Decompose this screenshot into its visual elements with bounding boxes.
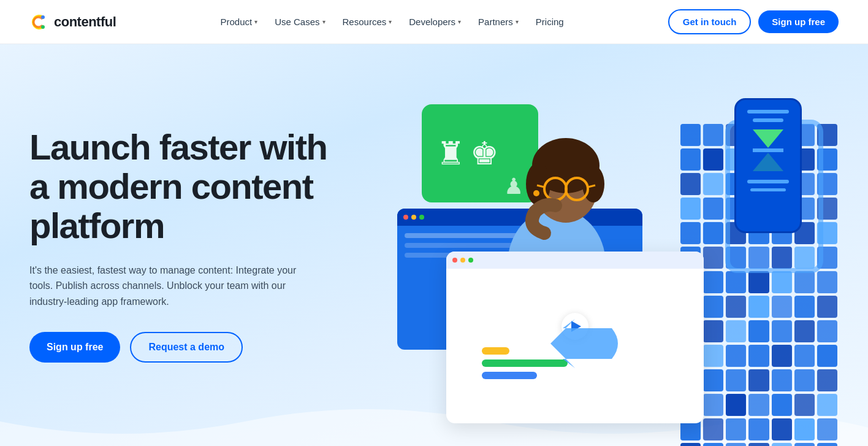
hero-buttons: Sign up free Request a demo — [29, 332, 348, 363]
hero-illustration: ♜ ♚ ♟ — [373, 86, 839, 442]
logo-text: contentful — [54, 14, 116, 30]
nav-item-developers[interactable]: Developers ▾ — [402, 12, 468, 32]
window-dot-red — [403, 215, 408, 220]
window-dot-red-2 — [452, 258, 457, 263]
arrow-icon — [544, 319, 618, 371]
chess-rook-icon: ♜ — [436, 137, 465, 169]
chevron-down-icon: ▾ — [254, 18, 257, 25]
contentful-logo-icon — [29, 12, 49, 32]
logo[interactable]: contentful — [29, 12, 116, 32]
phone-line-1 — [747, 110, 788, 113]
window-dot-green — [419, 215, 424, 220]
nav-item-partners[interactable]: Partners ▾ — [471, 12, 526, 32]
chevron-down-icon: ▾ — [516, 18, 519, 25]
get-in-touch-button[interactable]: Get in touch — [668, 9, 752, 34]
sign-up-button[interactable]: Sign up free — [758, 10, 839, 33]
nav-actions: Get in touch Sign up free — [668, 9, 839, 34]
chevron-down-icon: ▾ — [322, 18, 326, 25]
svg-point-1 — [41, 15, 45, 19]
phone-line-3 — [747, 180, 788, 183]
nav-links: Product ▾ Use Cases ▾ Resources ▾ Develo… — [213, 12, 571, 32]
progress-bar-blue — [482, 372, 537, 379]
nav-item-use-cases[interactable]: Use Cases ▾ — [267, 12, 332, 32]
phone-line-2 — [753, 118, 783, 122]
progress-bar-yellow — [482, 347, 509, 355]
phone-line-4 — [750, 188, 786, 191]
hero-demo-button[interactable]: Request a demo — [130, 332, 243, 363]
navbar: contentful Product ▾ Use Cases ▾ Resourc… — [0, 0, 868, 44]
hourglass-icon — [753, 129, 783, 172]
svg-point-13 — [533, 190, 539, 196]
window-dot-yellow-2 — [460, 258, 465, 263]
hero-description: It's the easiest, fastest way to manage … — [29, 263, 299, 310]
nav-item-product[interactable]: Product ▾ — [213, 12, 265, 32]
window-dot-green-2 — [468, 258, 473, 263]
nav-item-pricing[interactable]: Pricing — [528, 12, 571, 32]
chevron-down-icon: ▾ — [389, 18, 392, 25]
hero-section: Launch faster with a modern content plat… — [0, 44, 868, 446]
window-dot-yellow — [411, 215, 416, 220]
nav-item-resources[interactable]: Resources ▾ — [335, 12, 400, 32]
hero-content: Launch faster with a modern content plat… — [29, 128, 348, 399]
browser-bar-front — [446, 252, 704, 269]
chevron-down-icon: ▾ — [458, 18, 461, 25]
phone-mockup — [734, 98, 802, 233]
hero-title: Launch faster with a modern content plat… — [29, 128, 348, 245]
svg-point-2 — [41, 25, 45, 29]
hero-signup-button[interactable]: Sign up free — [29, 332, 120, 363]
